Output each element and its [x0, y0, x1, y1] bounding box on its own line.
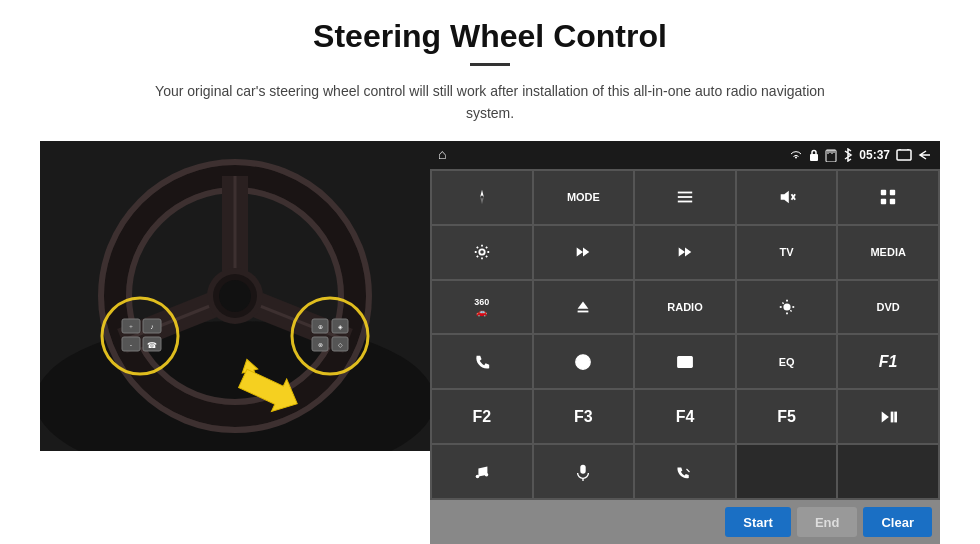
svg-text:◈: ◈: [338, 324, 343, 330]
svg-rect-47: [881, 190, 886, 195]
svg-marker-52: [578, 302, 589, 309]
status-left: ⌂: [438, 147, 446, 163]
svg-rect-50: [890, 199, 895, 204]
svg-point-54: [783, 303, 790, 310]
clear-button[interactable]: Clear: [863, 507, 932, 537]
btn-empty1: [737, 445, 837, 498]
steering-wheel-image: + - ♪ ☎ ⊕ ⊗ ◈ ◇: [40, 141, 430, 451]
btn-mute[interactable]: [737, 171, 837, 224]
screenshot-icon: [896, 149, 912, 161]
btn-dvd[interactable]: DVD: [838, 281, 938, 334]
svg-text:☎: ☎: [147, 341, 157, 350]
btn-screen[interactable]: [635, 335, 735, 388]
button-grid: MODE TV: [430, 169, 940, 500]
start-button[interactable]: Start: [725, 507, 791, 537]
home-icon[interactable]: ⌂: [438, 147, 446, 163]
btn-f4[interactable]: F4: [635, 390, 735, 443]
svg-rect-66: [891, 411, 894, 422]
btn-brightness[interactable]: [737, 281, 837, 334]
bluetooth-icon: [843, 148, 853, 162]
page-title: Steering Wheel Control: [313, 18, 667, 55]
time-display: 05:37: [859, 148, 890, 162]
svg-rect-70: [581, 464, 586, 473]
svg-rect-48: [890, 190, 895, 195]
btn-gear[interactable]: [432, 226, 532, 279]
btn-radio[interactable]: RADIO: [635, 281, 735, 334]
svg-point-62: [582, 360, 586, 364]
back-icon[interactable]: [918, 149, 932, 161]
btn-f1[interactable]: F1: [838, 335, 938, 388]
btn-list[interactable]: [635, 171, 735, 224]
action-bar: Start End Clear: [430, 500, 940, 544]
sd-icon: [825, 148, 837, 162]
svg-text:◇: ◇: [338, 342, 343, 348]
page-subtitle: Your original car's steering wheel contr…: [140, 80, 840, 125]
btn-call[interactable]: [635, 445, 735, 498]
content-row: + - ♪ ☎ ⊕ ⊗ ◈ ◇: [40, 141, 940, 544]
btn-f2[interactable]: F2: [432, 390, 532, 443]
btn-360[interactable]: 360🚗: [432, 281, 532, 334]
btn-forward[interactable]: [635, 226, 735, 279]
svg-marker-65: [882, 411, 889, 422]
btn-mode[interactable]: MODE: [534, 171, 634, 224]
btn-empty2: [838, 445, 938, 498]
btn-playpause[interactable]: [838, 390, 938, 443]
status-bar: ⌂: [430, 141, 940, 169]
svg-rect-35: [810, 154, 818, 161]
svg-point-68: [475, 474, 479, 478]
btn-apps[interactable]: [838, 171, 938, 224]
wifi-icon: [789, 150, 803, 160]
btn-rewind[interactable]: [534, 226, 634, 279]
svg-text:+: +: [129, 323, 133, 331]
svg-point-51: [479, 249, 484, 254]
end-button[interactable]: End: [797, 507, 858, 537]
btn-compass[interactable]: [534, 335, 634, 388]
btn-eject[interactable]: [534, 281, 634, 334]
svg-rect-67: [894, 411, 897, 422]
svg-rect-44: [678, 201, 692, 203]
btn-eq[interactable]: EQ: [737, 335, 837, 388]
btn-media[interactable]: MEDIA: [838, 226, 938, 279]
svg-rect-41: [897, 150, 911, 160]
page-container: Steering Wheel Control Your original car…: [0, 0, 980, 544]
btn-navigate[interactable]: [432, 171, 532, 224]
btn-f3[interactable]: F3: [534, 390, 634, 443]
svg-point-69: [484, 472, 488, 476]
svg-text:♪: ♪: [150, 323, 154, 331]
svg-text:⊗: ⊗: [318, 342, 323, 348]
btn-f5[interactable]: F5: [737, 390, 837, 443]
svg-rect-49: [881, 199, 886, 204]
svg-rect-42: [678, 192, 692, 194]
svg-line-59: [782, 302, 783, 303]
btn-tv[interactable]: TV: [737, 226, 837, 279]
btn-mic[interactable]: [534, 445, 634, 498]
svg-text:⊕: ⊕: [318, 324, 323, 330]
status-right: 05:37: [789, 148, 932, 162]
svg-rect-43: [678, 196, 692, 198]
svg-point-14: [219, 280, 251, 312]
btn-music[interactable]: [432, 445, 532, 498]
svg-rect-53: [578, 311, 589, 313]
lock-icon: [809, 149, 819, 161]
btn-phone[interactable]: [432, 335, 532, 388]
svg-line-60: [790, 310, 791, 311]
android-panel: ⌂: [430, 141, 940, 544]
title-divider: [470, 63, 510, 66]
